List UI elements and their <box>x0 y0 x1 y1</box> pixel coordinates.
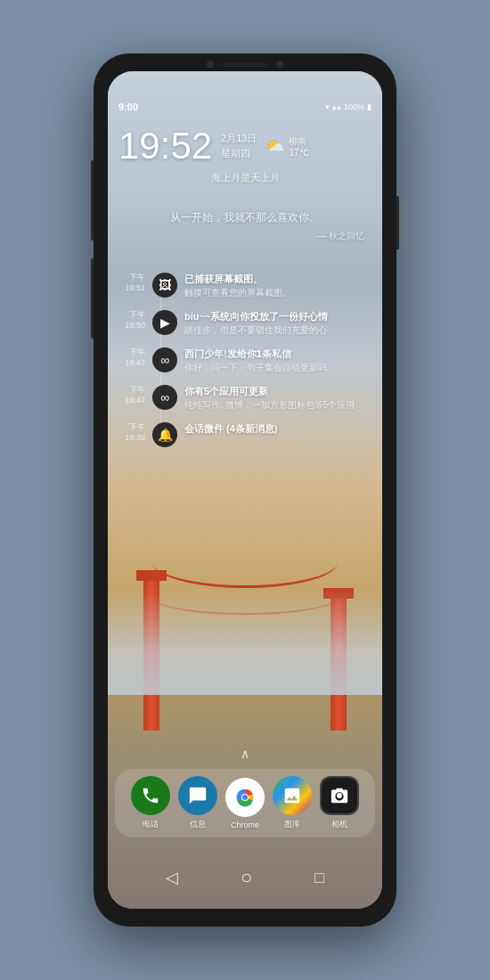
app-drawer-arrow: ∧ <box>241 747 249 761</box>
notif-title-3: 你有5个应用可更新 <box>184 385 372 398</box>
speaker-grille <box>223 62 267 67</box>
battery-text: 100% <box>344 102 364 111</box>
gallery-app-icon <box>273 776 312 815</box>
notif-body-3: 纯纯写作, 微博，一加方形图标包等5个应用 <box>184 399 372 412</box>
sms-app-icon <box>178 776 217 815</box>
notif-title-4: 会话微件 (4条新消息) <box>184 422 372 436</box>
clock-date-line1: 2月13日 <box>221 132 257 145</box>
notif-body-0: 触摸可查看您的屏幕截图。 <box>184 287 372 299</box>
battery-icon: ▮ <box>367 102 372 111</box>
status-bar: 9:00 ▾ ▴▴ 100% ▮ <box>108 96 382 118</box>
wifi-icon: ▾ <box>325 102 330 111</box>
dock-app-gallery[interactable]: 图库 <box>273 776 312 830</box>
phone-frame: 9:00 ▾ ▴▴ 100% ▮ 19:52 2月13日 星期四 ⛅ 柳南 <box>94 53 396 927</box>
camera-app-icon <box>320 776 359 815</box>
status-icons: ▾ ▴▴ 100% ▮ <box>325 102 372 111</box>
clock-area: 19:52 2月13日 星期四 ⛅ 柳南 17℃ 海上月是天上月 <box>118 125 372 184</box>
nav-home-button[interactable]: ○ <box>241 866 252 889</box>
weather-widget[interactable]: ⛅ 柳南 17℃ <box>265 135 308 158</box>
date-weather: 2月13日 星期四 <box>221 132 257 160</box>
dock-app-phone[interactable]: 电话 <box>131 776 170 830</box>
poetry-text: 海上月是天上月 <box>118 171 372 184</box>
notif-time-1: 下午19:50 <box>118 310 145 331</box>
clock-date-line2: 星期四 <box>221 147 257 160</box>
nav-back-button[interactable]: ◁ <box>166 868 178 887</box>
quote-text: 从一开始，我就不那么喜欢你。 <box>126 209 364 226</box>
dock-app-sms[interactable]: 信息 <box>178 776 217 830</box>
weather-temp: 17℃ <box>289 148 308 158</box>
dock-app-chrome[interactable]: Chrome <box>225 778 265 829</box>
chrome-app-icon <box>225 778 265 817</box>
camera-dot-right <box>276 61 283 68</box>
camera-app-label: 相机 <box>331 819 347 830</box>
notif-content-3: 你有5个应用可更新纯纯写作, 微博，一加方形图标包等5个应用 <box>184 385 372 412</box>
phone-app-icon <box>131 776 170 815</box>
notif-time-4: 下午19:39 <box>118 422 145 443</box>
notif-content-1: biu~~系统向你投放了一份好心情踏佳步，但是不要锁住我们充爱的心 <box>184 310 372 337</box>
signal-icon: ▴▴ <box>332 102 341 111</box>
notif-body-2: 你好，问一下，句子集会自动更新吗 <box>184 362 372 374</box>
sms-app-label: 信息 <box>190 819 206 830</box>
notification-item-1[interactable]: 下午19:50▶biu~~系统向你投放了一份好心情踏佳步，但是不要锁住我们充爱的… <box>115 305 375 342</box>
notif-content-4: 会话微件 (4条新消息) <box>184 422 372 436</box>
notif-icon-1: ▶ <box>152 310 177 335</box>
status-time: 9:00 <box>118 102 138 112</box>
dock-area: ∧ 电话 <box>108 746 382 837</box>
weather-icon: ⛅ <box>265 136 285 156</box>
notif-icon-0: 🖼 <box>152 273 177 298</box>
gallery-app-label: 图库 <box>284 819 300 830</box>
app-drawer-hint[interactable]: ∧ <box>108 746 382 762</box>
quote-area: 从一开始，我就不那么喜欢你。 — 秋之回忆 <box>126 209 364 242</box>
notif-body-1: 踏佳步，但是不要锁住我们充爱的心 <box>184 324 372 337</box>
notif-time-3: 下午19:47 <box>118 385 145 405</box>
notification-item-4[interactable]: 下午19:39🔔会话微件 (4条新消息) <box>115 417 375 453</box>
phone-screen: 9:00 ▾ ▴▴ 100% ▮ 19:52 2月13日 星期四 ⛅ 柳南 <box>108 71 382 909</box>
notif-content-2: 西门少年!发给你1条私信你好，问一下，句子集会自动更新吗 <box>184 347 372 374</box>
notifications-area: 下午19:51🖼已捕获屏幕截图。触摸可查看您的屏幕截图。下午19:50▶biu~… <box>115 267 375 453</box>
notif-icon-2: ∞ <box>152 347 177 372</box>
notification-item-3[interactable]: 下午19:47∞你有5个应用可更新纯纯写作, 微博，一加方形图标包等5个应用 <box>115 380 375 417</box>
notification-item-0[interactable]: 下午19:51🖼已捕获屏幕截图。触摸可查看您的屏幕截图。 <box>115 267 375 305</box>
notif-title-1: biu~~系统向你投放了一份好心情 <box>184 310 372 323</box>
notif-time-2: 下午19:47 <box>118 347 145 368</box>
nav-recents-button[interactable]: □ <box>314 869 324 887</box>
clock-time: 19:52 <box>118 125 212 167</box>
chrome-app-label: Chrome <box>231 821 259 829</box>
notif-time-0: 下午19:51 <box>118 273 145 293</box>
nav-bar: ◁ ○ □ <box>108 855 382 900</box>
notif-icon-3: ∞ <box>152 385 177 410</box>
dock-app-camera[interactable]: 相机 <box>320 776 359 830</box>
svg-point-4 <box>242 795 248 800</box>
phone-app-label: 电话 <box>143 819 159 830</box>
weather-location: 柳南 <box>289 135 308 148</box>
camera-dot-left <box>207 61 214 68</box>
dock-row: 电话 信息 <box>115 769 375 837</box>
notif-title-2: 西门少年!发给你1条私信 <box>184 347 372 361</box>
notif-content-0: 已捕获屏幕截图。触摸可查看您的屏幕截图。 <box>184 273 372 299</box>
fog-layer <box>108 588 382 695</box>
notification-item-2[interactable]: 下午19:47∞西门少年!发给你1条私信你好，问一下，句子集会自动更新吗 <box>115 342 375 380</box>
notif-title-0: 已捕获屏幕截图。 <box>184 273 372 286</box>
quote-author: — 秋之回忆 <box>126 230 364 242</box>
notif-icon-4: 🔔 <box>152 422 177 447</box>
